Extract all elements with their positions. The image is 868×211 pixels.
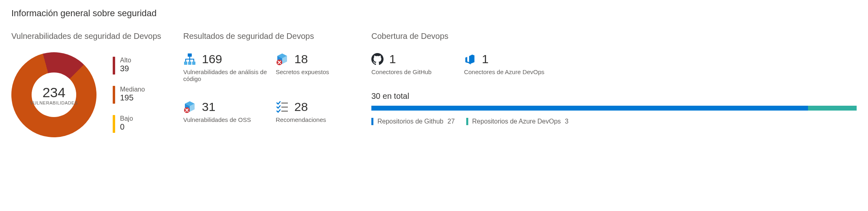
panel-results: Resultados de seguridad de Devops 169Vul… (183, 32, 362, 137)
connector-label: Conectores de GitHub (371, 68, 431, 75)
result-value: 31 (202, 100, 215, 114)
panel-results-title: Resultados de seguridad de Devops (183, 32, 362, 41)
legend-value: 39 (120, 64, 131, 73)
page-title: Información general sobre seguridad (11, 8, 857, 19)
coverage-legend-name: Repositorios de Github (377, 118, 444, 125)
coverage-legend-value: 27 (448, 118, 455, 125)
coverage-legend-value: 3 (565, 118, 568, 125)
legend-swatch (113, 115, 115, 133)
coverage-segment (371, 106, 808, 111)
legend-name: Mediano (120, 86, 145, 93)
legend-swatch (113, 86, 115, 104)
result-item[interactable]: 169Vulnerabilidades de análisis de códig… (183, 52, 269, 82)
legend-item[interactable]: Mediano195 (113, 86, 145, 104)
github-icon (371, 53, 384, 65)
cube-alert-icon (183, 100, 196, 113)
legend-swatch (113, 57, 115, 75)
results-grid: 169Vulnerabilidades de análisis de códig… (183, 52, 362, 123)
result-value: 28 (294, 100, 308, 114)
donut-total-value: 234 (43, 85, 66, 100)
legend-item[interactable]: Alto39 (113, 57, 145, 75)
coverage-total-text: 30 en total (371, 92, 857, 101)
swatch-icon (466, 118, 468, 125)
result-item[interactable]: 31Vulnerabilidades de OSS (183, 100, 269, 123)
donut-total-label: VULNERABILIDADES (30, 100, 77, 105)
svg-rect-2 (188, 62, 191, 65)
coverage-legend-item[interactable]: Repositorios de Github 27 (371, 118, 455, 125)
svg-rect-0 (188, 53, 192, 57)
legend-name: Alto (120, 57, 131, 64)
result-label: Recomendaciones (276, 116, 362, 123)
result-value: 18 (294, 52, 308, 66)
azure-devops-icon (464, 53, 476, 65)
svg-rect-8 (281, 111, 288, 112)
org-chart-icon (183, 53, 196, 66)
connectors-row: 1Conectores de GitHub 1Conectores de Azu… (371, 52, 857, 75)
vulnerabilities-donut: 234 VULNERABILIDADES (11, 52, 96, 137)
panel-vulnerabilities-title: Vulnerabilidades de seguridad de Devops (11, 32, 174, 41)
svg-rect-7 (281, 107, 288, 108)
result-item[interactable]: 28Recomendaciones (276, 100, 362, 123)
donut-center: 234 VULNERABILIDADES (32, 72, 76, 117)
coverage-legend-item[interactable]: Repositorios de Azure DevOps 3 (466, 118, 569, 125)
checklist-icon (276, 100, 289, 113)
connector-value: 1 (482, 52, 489, 66)
panel-coverage-title: Cobertura de Devops (371, 32, 857, 41)
coverage-legend: Repositorios de Github 27Repositorios de… (371, 118, 857, 125)
svg-rect-3 (192, 62, 195, 65)
legend-value: 195 (120, 93, 145, 102)
legend-item[interactable]: Bajo0 (113, 115, 145, 133)
result-value: 169 (202, 52, 222, 66)
cube-alert-icon (276, 53, 289, 66)
connector-value: 1 (389, 52, 396, 66)
panel-vulnerabilities: Vulnerabilidades de seguridad de Devops … (11, 32, 174, 137)
svg-rect-6 (281, 102, 288, 104)
result-item[interactable]: 18Secretos expuestos (276, 52, 362, 82)
connector-item[interactable]: 1Conectores de Azure DevOps (464, 52, 544, 75)
result-label: Vulnerabilidades de OSS (183, 116, 269, 123)
legend-name: Bajo (120, 115, 133, 122)
legend-value: 0 (120, 122, 133, 132)
vulnerabilities-legend: Alto39Mediano195Bajo0 (113, 57, 145, 133)
coverage-legend-name: Repositorios de Azure DevOps (472, 118, 561, 125)
connector-label: Conectores de Azure DevOps (464, 68, 544, 75)
result-label: Secretos expuestos (276, 68, 362, 75)
connector-item[interactable]: 1Conectores de GitHub (371, 52, 431, 75)
panel-coverage: Cobertura de Devops 1Conectores de GitHu… (371, 32, 857, 137)
coverage-segment (808, 106, 857, 111)
svg-rect-1 (184, 62, 187, 65)
coverage-bar (371, 106, 857, 111)
swatch-icon (371, 118, 373, 125)
panels-row: Vulnerabilidades de seguridad de Devops … (11, 32, 857, 137)
result-label: Vulnerabilidades de análisis de código (183, 68, 269, 82)
